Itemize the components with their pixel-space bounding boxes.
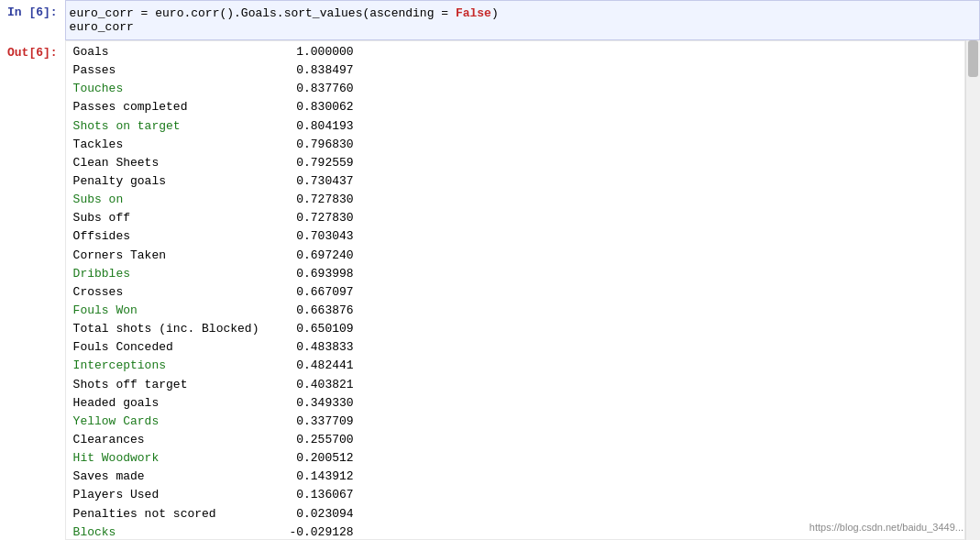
input-label: In [6]: bbox=[0, 0, 65, 40]
output-area[interactable]: Goals1.000000Passes0.838497Touches0.8377… bbox=[65, 40, 965, 540]
row-value: 0.650109 bbox=[281, 320, 354, 338]
row-key: Tackles bbox=[70, 136, 281, 154]
output-label: Out[6]: bbox=[0, 40, 65, 540]
row-value: 0.663876 bbox=[281, 302, 354, 320]
table-row: Passes completed0.830062 bbox=[70, 98, 961, 116]
row-key: Goals bbox=[70, 43, 281, 61]
table-row: Total shots (inc. Blocked)0.650109 bbox=[70, 320, 961, 338]
row-key: Dribbles bbox=[70, 265, 281, 283]
row-key: Offsides bbox=[70, 227, 281, 246]
row-value: 0.483833 bbox=[281, 338, 354, 357]
table-row: Dribbles0.693998 bbox=[70, 265, 961, 283]
row-key: Passes bbox=[70, 61, 281, 80]
row-value: 0.136067 bbox=[281, 486, 354, 504]
row-value: 0.349330 bbox=[281, 394, 354, 413]
table-row: Clearances0.255700 bbox=[70, 431, 961, 449]
row-value: 0.693998 bbox=[281, 265, 354, 283]
row-key: Penalty goals bbox=[70, 172, 281, 191]
row-key: Clearances bbox=[70, 431, 281, 449]
scrollbar[interactable] bbox=[965, 40, 980, 540]
row-value: -0.029128 bbox=[281, 523, 354, 540]
row-value: 0.697240 bbox=[281, 247, 354, 265]
table-row: Interceptions0.482441 bbox=[70, 357, 961, 375]
table-row: Yellow Cards0.337709 bbox=[70, 413, 961, 431]
input-content: euro_corr = euro.corr().Goals.sort_value… bbox=[65, 0, 980, 40]
table-row: Goals1.000000 bbox=[70, 43, 961, 61]
row-value: 0.837760 bbox=[281, 80, 354, 98]
row-key: Passes completed bbox=[70, 98, 281, 116]
row-value: 0.727830 bbox=[281, 191, 354, 209]
table-row: Subs on0.727830 bbox=[70, 191, 961, 209]
input-cell: In [6]: euro_corr = euro.corr().Goals.so… bbox=[0, 0, 980, 40]
row-key: Subs on bbox=[70, 191, 281, 209]
row-key: Fouls Conceded bbox=[70, 338, 281, 357]
row-key: Blocks bbox=[70, 523, 281, 540]
row-key: Fouls Won bbox=[70, 302, 281, 320]
table-row: Saves made0.143912 bbox=[70, 468, 961, 486]
row-key: Hit Woodwork bbox=[70, 449, 281, 468]
row-value: 0.830062 bbox=[281, 98, 354, 116]
row-value: 0.838497 bbox=[281, 61, 354, 80]
table-row: Shots on target0.804193 bbox=[70, 117, 961, 136]
table-row: Penalties not scored0.023094 bbox=[70, 505, 961, 523]
code-line-1: euro_corr = euro.corr().Goals.sort_value… bbox=[70, 6, 975, 20]
row-key: Saves made bbox=[70, 468, 281, 486]
row-key: Yellow Cards bbox=[70, 413, 281, 431]
row-value: 0.200512 bbox=[281, 449, 354, 468]
row-value: 1.000000 bbox=[281, 43, 354, 61]
row-value: 0.796830 bbox=[281, 136, 354, 154]
row-value: 0.667097 bbox=[281, 283, 354, 302]
table-row: Subs off0.727830 bbox=[70, 209, 961, 227]
row-value: 0.730437 bbox=[281, 172, 354, 191]
table-row: Fouls Won0.663876 bbox=[70, 302, 961, 320]
table-row: Touches0.837760 bbox=[70, 80, 961, 98]
row-key: Subs off bbox=[70, 209, 281, 227]
row-key: Players Used bbox=[70, 486, 281, 504]
row-key: Crosses bbox=[70, 283, 281, 302]
table-row: Penalty goals0.730437 bbox=[70, 172, 961, 191]
row-value: 0.792559 bbox=[281, 154, 354, 172]
watermark: https://blog.csdn.net/baidu_3449... bbox=[809, 522, 963, 533]
table-row: Hit Woodwork0.200512 bbox=[70, 449, 961, 468]
row-key: Headed goals bbox=[70, 394, 281, 413]
row-value: 0.727830 bbox=[281, 209, 354, 227]
table-row: Fouls Conceded0.483833 bbox=[70, 338, 961, 357]
row-value: 0.482441 bbox=[281, 357, 354, 375]
row-value: 0.703043 bbox=[281, 227, 354, 246]
code-line-2: euro_corr bbox=[70, 20, 975, 34]
row-key: Corners Taken bbox=[70, 247, 281, 265]
row-key: Shots on target bbox=[70, 117, 281, 136]
row-value: 0.337709 bbox=[281, 413, 354, 431]
row-key: Clean Sheets bbox=[70, 154, 281, 172]
row-key: Interceptions bbox=[70, 357, 281, 375]
table-row: Corners Taken0.697240 bbox=[70, 247, 961, 265]
row-value: 0.804193 bbox=[281, 117, 354, 136]
scrollbar-thumb[interactable] bbox=[968, 40, 978, 77]
table-row: Crosses0.667097 bbox=[70, 283, 961, 302]
row-key: Touches bbox=[70, 80, 281, 98]
row-key: Penalties not scored bbox=[70, 505, 281, 523]
table-row: Passes0.838497 bbox=[70, 61, 961, 80]
table-row: Shots off target0.403821 bbox=[70, 376, 961, 394]
row-key: Shots off target bbox=[70, 376, 281, 394]
table-row: Offsides0.703043 bbox=[70, 227, 961, 246]
output-cell: Out[6]: Goals1.000000Passes0.838497Touch… bbox=[0, 40, 980, 540]
row-value: 0.255700 bbox=[281, 431, 354, 449]
row-key: Total shots (inc. Blocked) bbox=[70, 320, 281, 338]
table-row: Players Used0.136067 bbox=[70, 486, 961, 504]
row-value: 0.023094 bbox=[281, 505, 354, 523]
table-row: Headed goals0.349330 bbox=[70, 394, 961, 413]
table-row: Tackles0.796830 bbox=[70, 136, 961, 154]
row-value: 0.143912 bbox=[281, 468, 354, 486]
row-value: 0.403821 bbox=[281, 376, 354, 394]
table-row: Clean Sheets0.792559 bbox=[70, 154, 961, 172]
